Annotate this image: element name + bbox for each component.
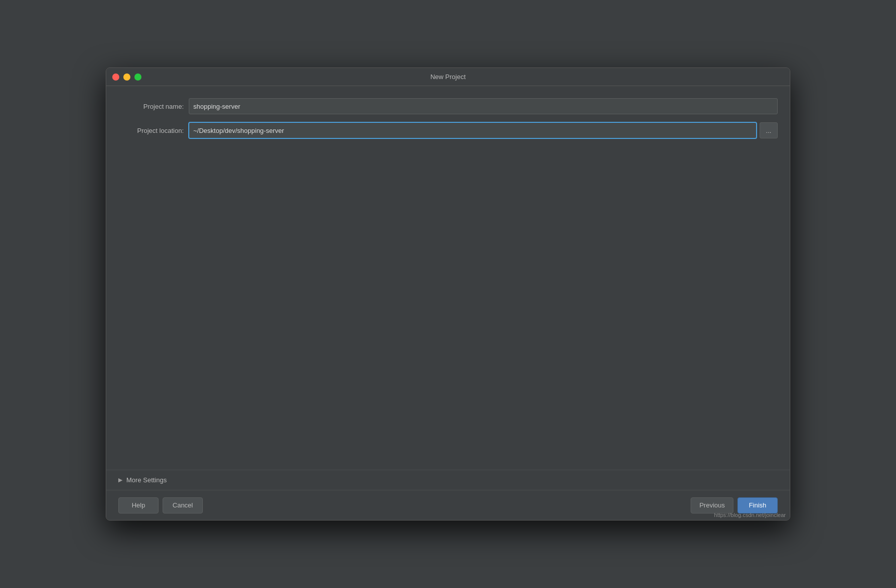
content-spacer [118,146,778,470]
cancel-button[interactable]: Cancel [163,497,203,513]
more-settings-section: ▶ More Settings [106,470,790,490]
more-settings-label: More Settings [126,476,167,484]
browse-button[interactable]: ... [760,122,778,138]
bottom-right-buttons: Previous Finish [691,497,778,513]
finish-button[interactable]: Finish [737,497,778,513]
more-settings-toggle[interactable]: ▶ More Settings [118,476,778,484]
previous-button[interactable]: Previous [691,497,733,513]
chevron-right-icon: ▶ [118,477,122,483]
new-project-dialog: New Project Project name: Project locati… [106,67,790,521]
project-location-label: Project location: [118,127,189,134]
project-name-input[interactable] [189,98,778,114]
bottom-left-buttons: Help Cancel [118,497,203,513]
title-bar: New Project [106,68,790,86]
help-button[interactable]: Help [118,497,159,513]
project-name-label: Project name: [118,103,189,110]
project-location-input[interactable] [189,122,757,138]
dialog-content: Project name: Project location: ... [106,86,790,470]
project-location-row: Project location: ... [118,122,778,138]
close-button[interactable] [112,74,119,81]
bottom-bar: Help Cancel Previous Finish [106,490,790,520]
location-input-wrapper: ... [189,122,778,138]
window-controls [112,74,141,81]
minimize-button[interactable] [123,74,130,81]
watermark-text: https://blog.csdn.net/joinclear [714,512,786,518]
maximize-button[interactable] [134,74,141,81]
project-name-row: Project name: [118,98,778,114]
dialog-title: New Project [430,73,466,81]
